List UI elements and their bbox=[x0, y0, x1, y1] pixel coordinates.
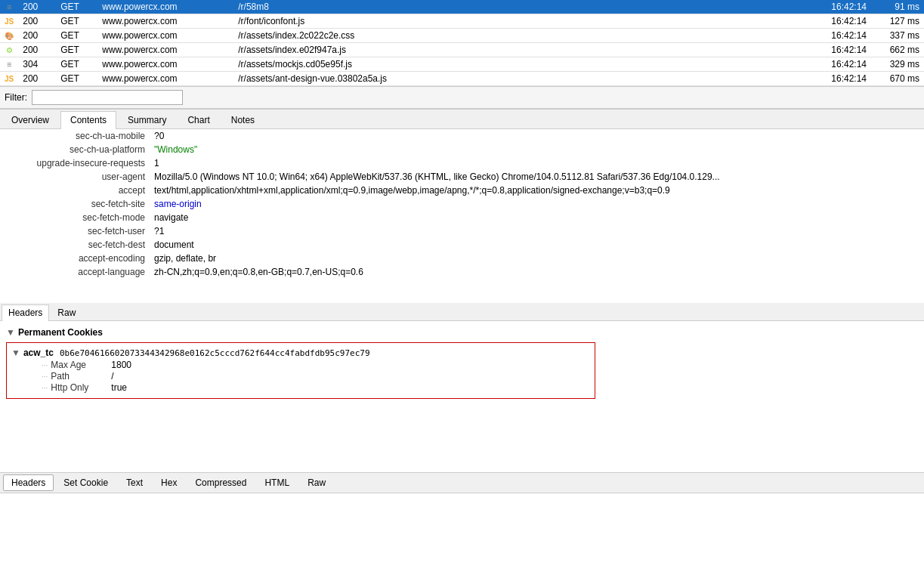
row-time: 16:42:14 bbox=[811, 57, 871, 72]
header-key: sec-fetch-mode bbox=[0, 211, 151, 224]
network-row[interactable]: JS 200 GET www.powercx.com /r/font/iconf… bbox=[0, 14, 924, 29]
row-icon: JS bbox=[0, 72, 18, 86]
cookie-sub-row: ··· Path / bbox=[42, 371, 590, 382]
cookie-sub-fields: ··· Max Age 1800 ··· Path / ··· Http Onl… bbox=[42, 360, 590, 393]
bottom-tabs-bar: HeadersSet CookieTextHexCompressedHTMLRa… bbox=[0, 472, 924, 493]
row-duration: 329 ms bbox=[871, 57, 924, 72]
tab-overview[interactable]: Overview bbox=[2, 111, 59, 128]
row-host: www.powercx.com bbox=[97, 14, 233, 29]
cookie-value: 0b6e704616602073344342968e0162c5cccd762f… bbox=[60, 348, 370, 358]
network-row[interactable]: 🎨 200 GET www.powercx.com /r/assets/inde… bbox=[0, 29, 924, 43]
headers-raw-tabs: HeadersRaw bbox=[0, 303, 924, 321]
cookie-sub-value: / bbox=[111, 371, 113, 382]
header-value: ?0 bbox=[151, 129, 924, 143]
row-status: 200 bbox=[18, 29, 56, 43]
row-status: 200 bbox=[18, 14, 56, 29]
header-value: gzip, deflate, br bbox=[151, 252, 924, 265]
cookie-row: ▼ acw_tc 0b6e704616602073344342968e0162c… bbox=[11, 348, 590, 358]
cookie-row-expand[interactable]: ▼ bbox=[11, 348, 20, 358]
header-key: upgrade-insecure-requests bbox=[0, 156, 151, 170]
cookie-sub-key: Max Age bbox=[51, 360, 111, 370]
top-tabs: OverviewContentsSummaryChartNotes bbox=[0, 110, 924, 129]
network-row[interactable]: JS 200 GET www.powercx.com /r/assets/ant… bbox=[0, 72, 924, 86]
network-row[interactable]: ≡ 304 GET www.powercx.com /r/assets/mock… bbox=[0, 57, 924, 72]
row-method: GET bbox=[56, 72, 97, 86]
row-path: /r/assets/mockjs.cd05e95f.js bbox=[233, 57, 811, 72]
cookies-expand-icon[interactable]: ▼ bbox=[6, 327, 15, 338]
row-icon: 🎨 bbox=[0, 29, 18, 43]
row-method: GET bbox=[56, 57, 97, 72]
row-method: GET bbox=[56, 0, 97, 14]
row-host: www.powercx.com bbox=[97, 29, 233, 43]
row-method: GET bbox=[56, 29, 97, 43]
cookie-box: ▼ acw_tc 0b6e704616602073344342968e0162c… bbox=[6, 342, 595, 399]
row-time: 16:42:14 bbox=[811, 0, 871, 14]
cookie-sub-dot: ··· bbox=[42, 361, 48, 369]
row-duration: 91 ms bbox=[871, 0, 924, 14]
row-host: www.powercx.com bbox=[97, 43, 233, 57]
row-time: 16:42:14 bbox=[811, 14, 871, 29]
hr-tab-headers[interactable]: Headers bbox=[2, 304, 49, 321]
cookies-section: ▼ Permanent Cookies ▼ acw_tc 0b6e7046166… bbox=[0, 321, 924, 472]
cookie-sub-dot: ··· bbox=[42, 372, 48, 381]
bottom-tab-raw[interactable]: Raw bbox=[299, 474, 334, 491]
row-time: 16:42:14 bbox=[811, 29, 871, 43]
cookie-sub-value: 1800 bbox=[111, 360, 131, 370]
bottom-tab-html[interactable]: HTML bbox=[256, 474, 298, 491]
content-panel: sec-ch-ua-mobile ?0 sec-ch-ua-platform "… bbox=[0, 129, 924, 303]
header-row: sec-fetch-user ?1 bbox=[0, 224, 924, 238]
row-host: www.powercx.com bbox=[97, 57, 233, 72]
cookie-sub-row: ··· Max Age 1800 bbox=[42, 360, 590, 370]
header-row: sec-fetch-site same-origin bbox=[0, 197, 924, 211]
row-status: 200 bbox=[18, 0, 56, 14]
cookies-section-header: ▼ Permanent Cookies bbox=[6, 327, 918, 338]
header-key: accept-encoding bbox=[0, 252, 151, 265]
header-key: sec-ch-ua-mobile bbox=[0, 129, 151, 143]
header-key: sec-ch-ua-platform bbox=[0, 143, 151, 156]
header-row: accept text/html,application/xhtml+xml,a… bbox=[0, 184, 924, 197]
bottom-tab-text[interactable]: Text bbox=[118, 474, 151, 491]
network-table-container: ≡ 200 GET www.powercx.com /r/58m8 16:42:… bbox=[0, 0, 924, 86]
header-value: ?1 bbox=[151, 224, 924, 238]
bottom-tab-hex[interactable]: Hex bbox=[153, 474, 185, 491]
row-duration: 337 ms bbox=[871, 29, 924, 43]
header-value: same-origin bbox=[151, 197, 924, 211]
cookie-name: acw_tc bbox=[23, 348, 54, 358]
tab-summary[interactable]: Summary bbox=[118, 111, 176, 128]
header-key: sec-fetch-dest bbox=[0, 238, 151, 252]
tab-chart[interactable]: Chart bbox=[178, 111, 219, 128]
header-row: sec-fetch-dest document bbox=[0, 238, 924, 252]
cookie-sub-key: Path bbox=[51, 371, 111, 382]
cookie-sub-row: ··· Http Only true bbox=[42, 382, 590, 393]
row-icon: ⚙ bbox=[0, 43, 18, 57]
cookie-sub-value: true bbox=[111, 382, 127, 393]
bottom-tab-headers[interactable]: Headers bbox=[3, 474, 54, 491]
row-icon: ≡ bbox=[0, 0, 18, 14]
cookie-sub-dot: ··· bbox=[42, 384, 48, 392]
header-value: 1 bbox=[151, 156, 924, 170]
row-time: 16:42:14 bbox=[811, 43, 871, 57]
tab-notes[interactable]: Notes bbox=[221, 111, 264, 128]
row-host: www.powercx.com bbox=[97, 72, 233, 86]
network-row[interactable]: ≡ 200 GET www.powercx.com /r/58m8 16:42:… bbox=[0, 0, 924, 14]
header-key: user-agent bbox=[0, 170, 151, 184]
header-row: accept-language zh-CN,zh;q=0.9,en;q=0.8,… bbox=[0, 265, 924, 279]
hr-tab-raw[interactable]: Raw bbox=[51, 304, 82, 320]
row-path: /r/assets/index.e02f947a.js bbox=[233, 43, 811, 57]
header-value: zh-CN,zh;q=0.9,en;q=0.8,en-GB;q=0.7,en-U… bbox=[151, 265, 924, 279]
filter-input[interactable] bbox=[32, 90, 183, 105]
network-row[interactable]: ⚙ 200 GET www.powercx.com /r/assets/inde… bbox=[0, 43, 924, 57]
row-status: 200 bbox=[18, 72, 56, 86]
header-value: document bbox=[151, 238, 924, 252]
bottom-tab-compressed[interactable]: Compressed bbox=[187, 474, 255, 491]
row-method: GET bbox=[56, 14, 97, 29]
header-row: sec-fetch-mode navigate bbox=[0, 211, 924, 224]
header-key: sec-fetch-user bbox=[0, 224, 151, 238]
row-path: /r/assets/index.2c022c2e.css bbox=[233, 29, 811, 43]
row-status: 304 bbox=[18, 57, 56, 72]
header-value: "Windows" bbox=[151, 143, 924, 156]
tab-contents[interactable]: Contents bbox=[60, 111, 116, 129]
row-icon: JS bbox=[0, 14, 18, 29]
header-value: text/html,application/xhtml+xml,applicat… bbox=[151, 184, 924, 197]
bottom-tab-set-cookie[interactable]: Set Cookie bbox=[55, 474, 116, 491]
